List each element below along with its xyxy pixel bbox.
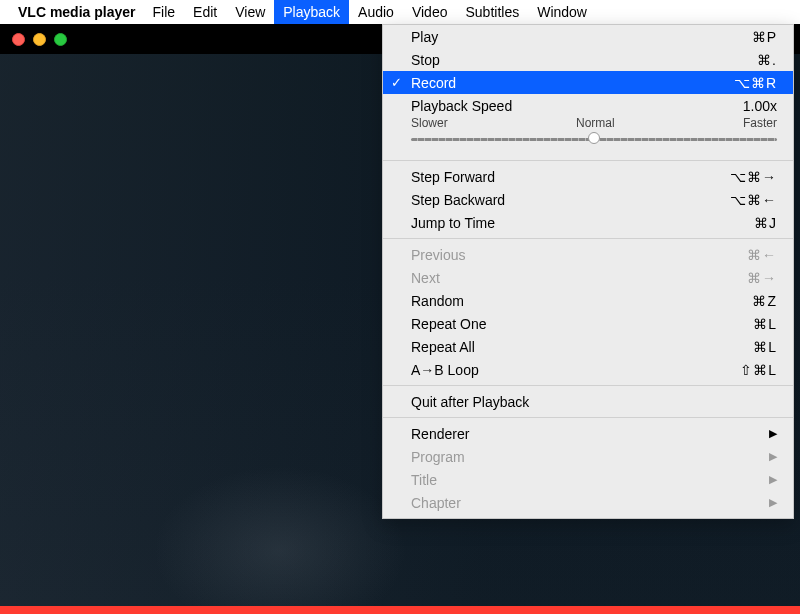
menu-title: Title ▶ [383, 468, 793, 491]
menubar-window[interactable]: Window [528, 0, 596, 24]
menu-quit-after-label: Quit after Playback [411, 394, 777, 410]
menu-repeat-all-label: Repeat All [411, 339, 753, 355]
menu-record[interactable]: ✓ Record ⌥⌘R [383, 71, 793, 94]
menu-next: Next ⌘→ [383, 266, 793, 289]
menu-repeat-one-label: Repeat One [411, 316, 753, 332]
menu-record-shortcut: ⌥⌘R [734, 75, 777, 91]
playback-dropdown: Play ⌘P Stop ⌘. ✓ Record ⌥⌘R Playback Sp… [382, 24, 794, 519]
menu-separator [383, 160, 793, 161]
menu-chapter: Chapter ▶ [383, 491, 793, 514]
menu-previous-label: Previous [411, 247, 747, 263]
window-controls [0, 24, 67, 54]
menu-previous: Previous ⌘← [383, 243, 793, 266]
menu-step-backward-label: Step Backward [411, 192, 730, 208]
menu-repeat-all[interactable]: Repeat All ⌘L [383, 335, 793, 358]
menu-quit-after-playback[interactable]: Quit after Playback [383, 390, 793, 413]
speed-label-slower: Slower [411, 116, 448, 130]
speed-slider-thumb[interactable] [588, 132, 600, 144]
menu-renderer-label: Renderer [411, 426, 769, 442]
menubar-view[interactable]: View [226, 0, 274, 24]
menu-play-shortcut: ⌘P [752, 29, 777, 45]
playback-progress-bar[interactable] [0, 606, 800, 614]
checkmark-icon: ✓ [391, 75, 402, 90]
menu-random-shortcut: ⌘Z [752, 293, 777, 309]
window-close-button[interactable] [12, 33, 25, 46]
chevron-right-icon: ▶ [769, 450, 777, 463]
speed-label-faster: Faster [743, 116, 777, 130]
menu-separator [383, 238, 793, 239]
menubar-audio[interactable]: Audio [349, 0, 403, 24]
menu-step-backward[interactable]: Step Backward ⌥⌘← [383, 188, 793, 211]
menubar-subtitles[interactable]: Subtitles [456, 0, 528, 24]
menu-jump-to-time[interactable]: Jump to Time ⌘J [383, 211, 793, 234]
chevron-right-icon: ▶ [769, 427, 777, 440]
menubar-edit[interactable]: Edit [184, 0, 226, 24]
menu-stop[interactable]: Stop ⌘. [383, 48, 793, 71]
menu-ab-loop-shortcut: ⇧⌘L [740, 362, 777, 378]
menubar-file[interactable]: File [144, 0, 185, 24]
menu-random[interactable]: Random ⌘Z [383, 289, 793, 312]
speed-title: Playback Speed [411, 98, 512, 114]
window-minimize-button[interactable] [33, 33, 46, 46]
menu-random-label: Random [411, 293, 752, 309]
menu-stop-label: Stop [411, 52, 757, 68]
menu-step-backward-shortcut: ⌥⌘← [730, 192, 777, 208]
menu-repeat-one[interactable]: Repeat One ⌘L [383, 312, 793, 335]
menu-chapter-label: Chapter [411, 495, 769, 511]
menu-next-label: Next [411, 270, 747, 286]
menu-title-label: Title [411, 472, 769, 488]
app-name: VLC media player [18, 4, 136, 20]
speed-slider[interactable] [411, 132, 777, 146]
chevron-right-icon: ▶ [769, 473, 777, 486]
menu-repeat-all-shortcut: ⌘L [753, 339, 777, 355]
speed-label-normal: Normal [576, 116, 615, 130]
menubar-playback[interactable]: Playback [274, 0, 349, 24]
menu-separator [383, 417, 793, 418]
menu-ab-loop-label: A→B Loop [411, 362, 740, 378]
menu-step-forward-label: Step Forward [411, 169, 730, 185]
window-zoom-button[interactable] [54, 33, 67, 46]
system-menubar: VLC media player File Edit View Playback… [0, 0, 800, 24]
menu-play-label: Play [411, 29, 752, 45]
menu-program-label: Program [411, 449, 769, 465]
menu-step-forward[interactable]: Step Forward ⌥⌘→ [383, 165, 793, 188]
menu-jump-to-time-shortcut: ⌘J [754, 215, 777, 231]
menu-step-forward-shortcut: ⌥⌘→ [730, 169, 777, 185]
menu-repeat-one-shortcut: ⌘L [753, 316, 777, 332]
menu-stop-shortcut: ⌘. [757, 52, 777, 68]
menu-record-label: Record [411, 75, 734, 91]
menu-next-shortcut: ⌘→ [747, 270, 777, 286]
menu-play[interactable]: Play ⌘P [383, 25, 793, 48]
playback-speed-block: Playback Speed 1.00x Slower Normal Faste… [383, 94, 793, 156]
menu-ab-loop[interactable]: A→B Loop ⇧⌘L [383, 358, 793, 381]
menu-previous-shortcut: ⌘← [747, 247, 777, 263]
menu-jump-to-time-label: Jump to Time [411, 215, 754, 231]
menu-renderer[interactable]: Renderer ▶ [383, 422, 793, 445]
menu-program: Program ▶ [383, 445, 793, 468]
menubar-video[interactable]: Video [403, 0, 457, 24]
speed-value: 1.00x [743, 98, 777, 114]
menu-separator [383, 385, 793, 386]
chevron-right-icon: ▶ [769, 496, 777, 509]
